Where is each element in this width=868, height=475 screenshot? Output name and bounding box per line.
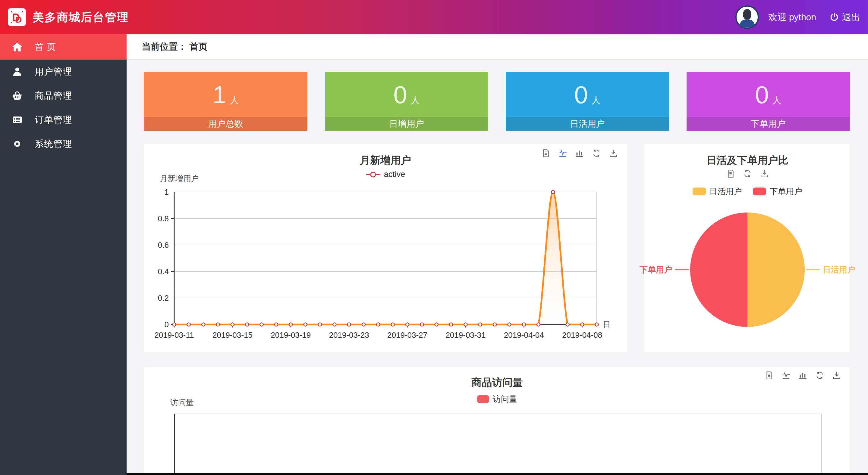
svg-text:下单用户: 下单用户	[640, 265, 672, 274]
svg-text:2019-04-04: 2019-04-04	[504, 331, 544, 340]
gear-icon	[11, 138, 23, 149]
admin-dashboard: D D 美多商城后台管理 欢迎 python 退出	[0, 0, 868, 475]
svg-text:2019-03-11: 2019-03-11	[154, 331, 194, 340]
stat-label: 用户总数	[144, 117, 307, 131]
stat-label: 日增用户	[325, 117, 488, 131]
bottom-axis-line	[127, 473, 868, 475]
svg-text:D: D	[16, 15, 22, 24]
stat-unit: 人	[592, 94, 601, 107]
order-list-icon	[11, 114, 23, 126]
svg-text:2019-03-15: 2019-03-15	[213, 331, 253, 340]
goods-visits-plot-area	[174, 414, 822, 475]
meiduo-logo-icon: D D	[8, 8, 26, 26]
sidebar-item-label: 订单管理	[35, 114, 72, 126]
stat-card-total-users: 1 人 用户总数	[144, 72, 307, 131]
stat-value: 1	[213, 80, 226, 110]
sidebar-item-label: 系统管理	[35, 138, 72, 150]
y-axis-name: 访问量	[170, 397, 194, 408]
sidebar-item-orders[interactable]: 订单管理	[0, 108, 127, 132]
stat-value: 0	[755, 80, 769, 110]
stat-card-daily-new-users: 0 人 日增用户	[325, 72, 488, 131]
sidebar-item-goods[interactable]: 商品管理	[0, 84, 127, 108]
sidebar-item-home[interactable]: 首 页	[0, 34, 127, 60]
svg-text:2019-03-31: 2019-03-31	[445, 331, 486, 340]
goods-visits-panel: 商品访问量 访问量 访问量	[144, 367, 850, 475]
stat-unit: 人	[411, 94, 420, 107]
logout-label: 退出	[842, 11, 860, 24]
legend-swatch	[477, 395, 489, 403]
data-view-icon[interactable]	[765, 371, 774, 380]
svg-text:2019-03-27: 2019-03-27	[387, 331, 427, 340]
svg-text:2019-03-23: 2019-03-23	[329, 331, 369, 340]
svg-text:2019-03-19: 2019-03-19	[271, 331, 311, 340]
legend-label: 访问量	[493, 394, 517, 405]
sidebar-item-label: 首 页	[35, 41, 56, 53]
user-icon	[11, 66, 23, 77]
active-vs-order-ratio-panel: 日活及下单用户比 日活用户 下单用户 日活用户下单用户	[644, 144, 850, 352]
stat-card-ordering-users: 0 人 下单用户	[687, 72, 850, 131]
svg-text:0.2: 0.2	[158, 294, 169, 303]
power-icon	[830, 12, 839, 22]
stat-card-daily-active-users: 0 人 日活用户	[506, 72, 669, 131]
svg-text:日活用户: 日活用户	[823, 265, 855, 274]
monthly-new-users-panel: 月新增用户 active 00.20.40.60.812019-03-11201…	[144, 144, 627, 352]
line-chart-icon[interactable]	[781, 371, 790, 380]
svg-text:0.4: 0.4	[158, 267, 169, 276]
breadcrumb: 当前位置： 首页	[127, 34, 868, 60]
logout-button[interactable]: 退出	[830, 11, 860, 24]
chart-legend: 访问量	[144, 394, 850, 405]
sidebar-item-users[interactable]: 用户管理	[0, 60, 127, 84]
stat-label: 日活用户	[506, 117, 669, 131]
basket-icon	[11, 90, 23, 101]
svg-text:2019-04-08: 2019-04-08	[562, 331, 602, 340]
stat-value: 0	[574, 80, 588, 110]
chart-title: 商品访问量	[144, 376, 850, 389]
svg-text:日: 日	[603, 320, 611, 329]
stat-value: 0	[393, 80, 407, 110]
stat-unit: 人	[772, 94, 781, 107]
refresh-icon[interactable]	[815, 371, 824, 380]
sidebar-nav: 首 页 用户管理 商品管理	[0, 34, 127, 475]
svg-text:0.6: 0.6	[158, 240, 169, 249]
app-title: 美多商城后台管理	[33, 10, 129, 25]
monthly-new-users-line-chart: 00.20.40.60.812019-03-112019-03-152019-0…	[144, 144, 627, 352]
stat-label: 下单用户	[687, 117, 850, 131]
home-icon	[11, 41, 23, 53]
svg-text:0: 0	[164, 320, 169, 329]
chart-toolbox	[765, 371, 841, 380]
bar-chart-icon[interactable]	[798, 371, 807, 380]
active-vs-order-pie-chart: 日活用户下单用户	[644, 144, 850, 352]
breadcrumb-prefix: 当前位置：	[142, 41, 187, 52]
top-header: D D 美多商城后台管理 欢迎 python 退出	[0, 0, 868, 34]
sidebar-item-system[interactable]: 系统管理	[0, 132, 127, 156]
user-avatar[interactable]	[735, 5, 759, 29]
svg-text:0.8: 0.8	[158, 214, 169, 223]
breadcrumb-current: 首页	[189, 41, 207, 52]
legend-item-visits[interactable]: 访问量	[477, 394, 517, 405]
sidebar-item-label: 商品管理	[35, 90, 72, 102]
stat-unit: 人	[230, 94, 239, 107]
svg-text:1: 1	[164, 188, 169, 197]
sidebar-item-label: 用户管理	[35, 66, 72, 78]
download-icon[interactable]	[832, 371, 841, 380]
svg-text:月新增用户: 月新增用户	[160, 174, 199, 183]
welcome-text: 欢迎 python	[769, 11, 816, 24]
